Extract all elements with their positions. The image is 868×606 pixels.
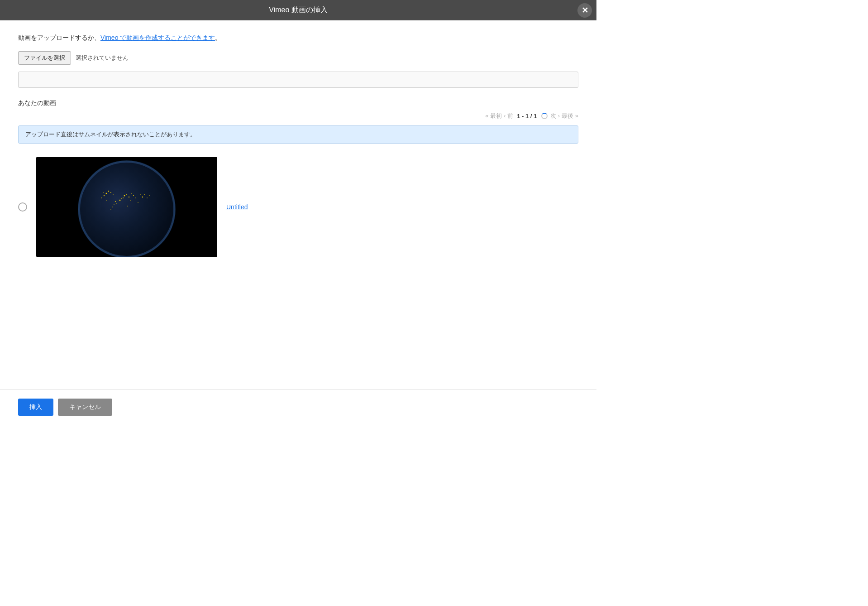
svg-point-33 bbox=[110, 209, 111, 210]
close-button[interactable]: ✕ bbox=[577, 3, 592, 18]
no-file-label: 選択されていません bbox=[76, 54, 129, 62]
pagination-page-info: 1 - 1 / 1 bbox=[517, 113, 537, 120]
video-thumbnail-image bbox=[36, 157, 217, 257]
svg-point-29 bbox=[112, 207, 113, 207]
info-banner: アップロード直後はサムネイルが表示されないことがあります。 bbox=[18, 125, 578, 144]
svg-point-13 bbox=[115, 201, 116, 202]
video-list: Untitled bbox=[18, 153, 578, 261]
pagination-last[interactable]: 最後 » bbox=[562, 112, 578, 120]
pagination-prev[interactable]: ‹ 前 bbox=[504, 112, 513, 120]
svg-point-18 bbox=[110, 192, 111, 193]
svg-point-28 bbox=[149, 195, 150, 196]
loading-spinner bbox=[541, 113, 548, 119]
pagination-next[interactable]: 次 › bbox=[550, 112, 560, 120]
dialog-title: Vimeo 動画の挿入 bbox=[269, 5, 328, 15]
svg-point-6 bbox=[129, 197, 129, 197]
intro-text: 動画をアップロードするか、Vimeo で動画を作成することができます。 bbox=[18, 34, 578, 42]
your-videos-label: あなたの動画 bbox=[18, 99, 578, 107]
pagination-row: « 最初 ‹ 前 1 - 1 / 1 次 › 最後 » bbox=[18, 112, 578, 120]
svg-point-12 bbox=[135, 197, 136, 198]
svg-point-27 bbox=[140, 194, 141, 195]
svg-point-26 bbox=[147, 197, 148, 198]
video-title-link[interactable]: Untitled bbox=[226, 203, 248, 211]
url-input[interactable] bbox=[18, 72, 578, 88]
file-select-button[interactable]: ファイルを選択 bbox=[18, 51, 71, 65]
svg-point-8 bbox=[131, 193, 132, 194]
video-thumbnail bbox=[36, 157, 217, 257]
dialog-body: 動画をアップロードするか、Vimeo で動画を作成することができます。 ファイル… bbox=[0, 20, 596, 275]
svg-point-5 bbox=[126, 194, 127, 195]
svg-point-31 bbox=[127, 206, 128, 207]
svg-point-21 bbox=[113, 194, 114, 195]
svg-point-19 bbox=[104, 195, 105, 196]
svg-point-16 bbox=[106, 193, 107, 194]
svg-point-25 bbox=[144, 194, 145, 195]
video-radio-button[interactable] bbox=[18, 202, 27, 212]
svg-point-10 bbox=[121, 198, 122, 199]
svg-point-23 bbox=[103, 192, 104, 193]
dialog-header: Vimeo 動画の挿入 ✕ bbox=[0, 0, 596, 20]
svg-point-14 bbox=[116, 203, 117, 204]
svg-point-24 bbox=[142, 197, 143, 197]
svg-point-32 bbox=[138, 202, 138, 203]
svg-point-7 bbox=[123, 197, 124, 198]
vimeo-link[interactable]: Vimeo で動画を作成することができます bbox=[100, 34, 215, 41]
svg-point-17 bbox=[108, 191, 109, 192]
cancel-button[interactable]: キャンセル bbox=[58, 399, 112, 416]
dialog-footer: 挿入 キャンセル bbox=[0, 389, 596, 425]
insert-button[interactable]: 挿入 bbox=[18, 399, 53, 416]
svg-point-22 bbox=[106, 200, 107, 201]
svg-point-30 bbox=[114, 204, 114, 205]
svg-point-15 bbox=[130, 200, 131, 201]
svg-point-4 bbox=[124, 195, 125, 197]
file-selector-row: ファイルを選択 選択されていません bbox=[18, 51, 578, 65]
svg-point-11 bbox=[133, 195, 134, 196]
svg-point-9 bbox=[119, 200, 121, 201]
video-item: Untitled bbox=[18, 153, 578, 261]
pagination-first[interactable]: « 最初 bbox=[485, 112, 502, 120]
svg-point-20 bbox=[101, 197, 102, 198]
